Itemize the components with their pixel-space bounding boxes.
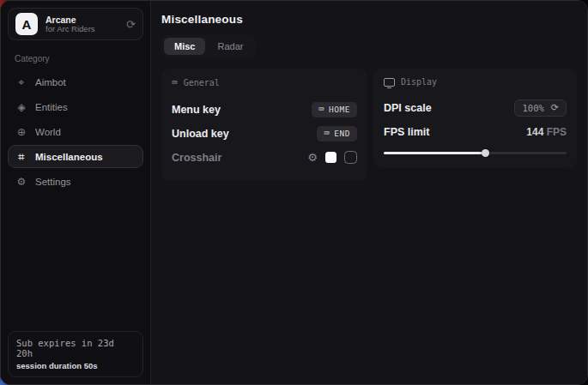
crosshair-color-swatch[interactable]: [325, 152, 336, 163]
unload-key-row: Unload key ⌨ END: [172, 123, 357, 144]
crosshair-label: Crosshair: [172, 152, 221, 164]
category-label: Category: [15, 54, 143, 63]
slider-thumb[interactable]: [482, 149, 489, 157]
gear-icon[interactable]: ⚙: [307, 151, 318, 164]
unload-key-label: Unload key: [172, 128, 229, 140]
menu-key-value: HOME: [329, 105, 350, 114]
slider-fill: [384, 152, 485, 154]
menu-key-row: Menu key ⌨ HOME: [172, 99, 357, 120]
brand-logo: A: [15, 13, 38, 35]
sidebar-item-aimbot[interactable]: ⌖ Aimbot: [8, 70, 143, 93]
sidebar-item-label: World: [35, 127, 61, 137]
session-duration-text: session duration 50s: [16, 361, 135, 370]
keyboard-icon: ⌨: [318, 104, 324, 115]
brand-name: Arcane: [45, 15, 118, 25]
gear-icon: ⚙: [15, 176, 27, 188]
sidebar-item-label: Aimbot: [35, 77, 66, 87]
keyboard-icon: ⌨: [324, 128, 330, 139]
sub-expiry-text: Sub expires in 23d 20h: [16, 338, 135, 358]
grid-icon: ⌗: [15, 151, 27, 163]
main-content: Miscellaneous Misc Radar ⌨ General Menu …: [151, 1, 588, 384]
sidebar-item-world[interactable]: ⊕ World: [8, 120, 143, 143]
tab-bar: Misc Radar: [161, 35, 256, 57]
general-card: ⌨ General Menu key ⌨ HOME Unload key ⌨ E…: [161, 69, 367, 181]
dpi-scale-value: 100%: [522, 103, 543, 113]
fps-limit-row: FPS limit 144 FPS: [384, 121, 567, 142]
keyboard-icon: ⌨: [172, 77, 178, 88]
crosshair-row: Crosshair ⚙: [172, 147, 357, 168]
display-card: Display DPI scale 100% ⟳ FPS limit 144 F…: [373, 69, 577, 168]
fps-limit-slider[interactable]: [384, 147, 567, 158]
fps-limit-value: 144: [526, 126, 543, 138]
brand-subtitle: for Arc Riders: [45, 25, 118, 34]
fps-limit-label: FPS limit: [384, 126, 429, 138]
dpi-scale-row: DPI scale 100% ⟳: [384, 97, 567, 118]
sidebar-item-miscellaneous[interactable]: ⌗ Miscellaneous: [8, 145, 143, 168]
brand-card[interactable]: A Arcane for Arc Riders ⟳: [8, 8, 143, 40]
entities-icon: ◈: [15, 101, 27, 113]
page-title: Miscellaneous: [161, 13, 577, 26]
sidebar-item-label: Settings: [35, 177, 71, 187]
dpi-scale-label: DPI scale: [384, 102, 432, 114]
unload-key-bind-button[interactable]: ⌨ END: [317, 126, 357, 141]
tab-radar[interactable]: Radar: [207, 38, 253, 55]
sidebar-item-settings[interactable]: ⚙ Settings: [8, 170, 143, 193]
menu-key-bind-button[interactable]: ⌨ HOME: [312, 102, 357, 117]
sidebar-item-label: Miscellaneous: [35, 152, 103, 162]
unload-key-value: END: [334, 129, 350, 138]
subscription-info: Sub expires in 23d 20h session duration …: [8, 331, 143, 377]
dpi-scale-control[interactable]: 100% ⟳: [514, 99, 567, 117]
sidebar: A Arcane for Arc Riders ⟳ Category ⌖ Aim…: [1, 1, 151, 384]
fps-limit-unit: FPS: [547, 126, 567, 138]
sidebar-item-label: Entities: [35, 102, 68, 112]
crosshair-icon: ⌖: [15, 76, 27, 88]
app-window: A Arcane for Arc Riders ⟳ Category ⌖ Aim…: [0, 0, 588, 385]
card-title: Display: [401, 77, 437, 87]
sidebar-item-entities[interactable]: ◈ Entities: [8, 95, 143, 118]
sync-icon[interactable]: ⟳: [126, 18, 136, 31]
tab-misc[interactable]: Misc: [164, 38, 205, 55]
menu-key-label: Menu key: [172, 104, 221, 116]
refresh-icon[interactable]: ⟳: [551, 102, 559, 113]
globe-icon: ⊕: [15, 126, 27, 138]
card-title: General: [184, 78, 220, 87]
crosshair-checkbox[interactable]: [344, 151, 357, 164]
monitor-icon: [384, 78, 395, 87]
